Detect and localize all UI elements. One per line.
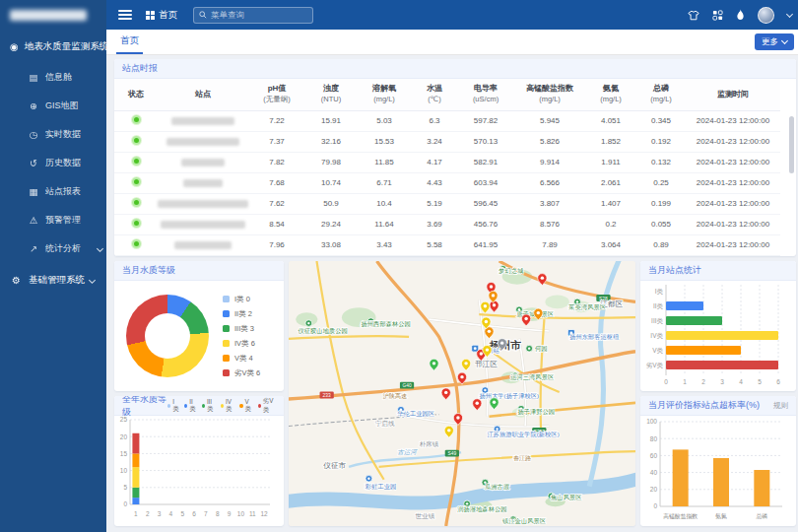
sidebar-item-GIS地图[interactable]: ⊕GIS地图 — [0, 92, 106, 120]
value-cell: 6.71 — [357, 172, 412, 193]
value-cell: 15.91 — [305, 110, 357, 131]
svg-text:233: 233 — [323, 393, 331, 398]
column-header-站点: 站点 — [158, 79, 248, 110]
station-name-cell — [158, 193, 248, 214]
hamburger-icon[interactable] — [118, 10, 132, 20]
legend-label: III类 3 — [234, 324, 254, 334]
search-icon — [199, 11, 207, 19]
map-label: 世业镇 — [415, 512, 434, 519]
sidebar-item-站点报表[interactable]: ▦站点报表 — [0, 177, 106, 206]
legend-label: I类 — [172, 398, 179, 414]
monthly-grade-panel: 当月水质等级 I类 0II类 2III类 3IV类 6V类 4劣V类 6 — [114, 261, 284, 391]
svg-text:7: 7 — [204, 510, 208, 517]
value-cell: 7.82 — [248, 152, 305, 172]
legend-item: IV类 6 — [223, 339, 260, 349]
station-name-redacted — [161, 221, 245, 229]
rules-link[interactable]: 规则 — [773, 401, 788, 411]
monthly-grade-donut-chart — [126, 295, 209, 377]
table-row[interactable]: 7.6250.910.45.19596.453.8071.4070.199202… — [114, 193, 780, 214]
value-cell: 7.89 — [514, 234, 585, 255]
layout-components-icon[interactable] — [712, 10, 723, 21]
value-cell: 1.852 — [585, 131, 636, 152]
table-row[interactable]: 8.5429.2411.643.69456.768.5760.20.055202… — [114, 214, 780, 234]
table-scrollbar[interactable] — [789, 116, 794, 173]
legend-dot — [202, 404, 205, 408]
legend-item: II类 2 — [223, 309, 260, 319]
svg-text:I类: I类 — [655, 288, 664, 295]
value-cell: 5.58 — [412, 234, 457, 255]
station-name-redacted — [181, 159, 225, 166]
column-header-总磷: 总磷(mg/L) — [636, 79, 686, 110]
map-label: 何园 — [535, 345, 548, 353]
value-cell: 5.03 — [357, 110, 412, 131]
legend-swatch — [223, 340, 230, 347]
svg-text:总磷: 总磷 — [756, 513, 768, 519]
status-cell — [114, 110, 158, 131]
theme-skin-icon[interactable] — [688, 10, 699, 21]
map-label: 江苏旅游职业学院(新校区) — [487, 431, 559, 438]
sidebar-group-1[interactable]: ⚙基础管理系统 — [0, 263, 106, 297]
legend-label: III类 — [207, 398, 216, 414]
chevron-down-icon — [781, 37, 788, 44]
road-badge: S49 — [445, 450, 459, 457]
value-cell: 7.62 — [248, 193, 305, 214]
status-indicator — [132, 157, 141, 166]
value-cell: 0.2 — [585, 214, 636, 234]
sidebar-group-0[interactable]: ◉地表水质量监测系统 — [0, 30, 106, 63]
monthly-station-stats-panel: 当月站点统计 0123456I类II类III类IV类V类劣V类 — [640, 261, 796, 391]
svg-text:高锰酸盐指数: 高锰酸盐指数 — [663, 513, 698, 520]
sidebar-item-信息舱[interactable]: ▤信息舱 — [0, 63, 106, 92]
sidebar-item-历史数据[interactable]: ↺历史数据 — [0, 149, 106, 177]
notification-flame-icon[interactable] — [736, 9, 745, 21]
info-icon: ▤ — [28, 72, 39, 83]
value-cell: 0.192 — [636, 131, 686, 152]
map-label: 华伦工业园区 — [397, 410, 434, 418]
value-cell: 0.25 — [636, 172, 686, 193]
svg-text:氨氮: 氨氮 — [715, 512, 727, 519]
chevron-down-icon[interactable] — [786, 10, 793, 17]
value-cell: 0.89 — [636, 234, 686, 255]
map-label: 古运河 — [397, 448, 418, 455]
svg-text:G40: G40 — [402, 383, 412, 388]
sidebar-item-预警管理[interactable]: ⚠预警管理 — [0, 206, 106, 234]
legend-item: IV类 — [221, 398, 235, 414]
station-name-redacted — [174, 241, 232, 249]
legend-dot — [167, 404, 170, 408]
time-cell: 2024-01-23 12:00:00 — [686, 152, 780, 172]
table-row[interactable]: 7.9633.083.435.58641.957.893.0640.892024… — [114, 234, 780, 255]
tab-home[interactable]: 首页 — [116, 30, 143, 54]
table-row[interactable]: 7.6810.746.714.43603.946.5662.0610.25202… — [114, 172, 780, 193]
sidebar-item-label: 信息舱 — [45, 71, 106, 84]
search-input[interactable] — [211, 10, 307, 20]
sidebar: ◉地表水质量监测系统▤信息舱⊕GIS地图◷实时数据↺历史数据▦站点报表⚠预警管理… — [0, 0, 106, 532]
svg-text:II类: II类 — [653, 302, 664, 309]
station-name-redacted — [171, 117, 234, 125]
station-map[interactable]: G40233S28S49S352扬州市邗江区江都区仪征市朴席镇世业镇宁启线古运河… — [289, 261, 635, 526]
station-name-redacted — [183, 179, 223, 187]
column-header-浊度: 浊度(NTU) — [305, 79, 357, 110]
svg-text:40: 40 — [650, 469, 658, 476]
table-row[interactable]: 7.8279.9811.854.17582.919.9141.9110.1322… — [114, 152, 780, 172]
table-row[interactable]: 7.2215.915.036.3597.825.9454.0510.345202… — [114, 110, 780, 131]
legend-label: 劣V类 6 — [234, 368, 260, 378]
sidebar-item-label: 统计分析 — [45, 242, 98, 255]
map-label: 扬子津野公园 — [517, 408, 555, 416]
svg-text:劣V类: 劣V类 — [646, 362, 664, 369]
station-name-redacted — [158, 200, 248, 208]
user-avatar[interactable] — [758, 7, 774, 24]
legend-swatch — [223, 355, 230, 362]
time-cell: 2024-01-23 12:00:00 — [686, 172, 780, 193]
table-row[interactable]: 7.3732.1615.533.24570.135.8261.8520.1922… — [114, 131, 780, 152]
menu-search-box[interactable] — [193, 7, 313, 24]
base-icon: ⚙ — [10, 275, 23, 286]
value-cell: 0.199 — [636, 193, 686, 214]
svg-text:III类: III类 — [651, 317, 663, 324]
column-header-氨氮: 氨氮(mg/L) — [585, 79, 636, 110]
sidebar-item-统计分析[interactable]: ↗统计分析 — [0, 234, 106, 263]
more-button[interactable]: 更多 — [755, 33, 794, 50]
svg-text:25: 25 — [120, 416, 128, 423]
sidebar-item-实时数据[interactable]: ◷实时数据 — [0, 120, 106, 149]
topbar-home-link[interactable]: 首页 — [146, 9, 177, 22]
value-cell: 570.13 — [457, 131, 514, 152]
value-cell: 0.132 — [636, 152, 686, 172]
